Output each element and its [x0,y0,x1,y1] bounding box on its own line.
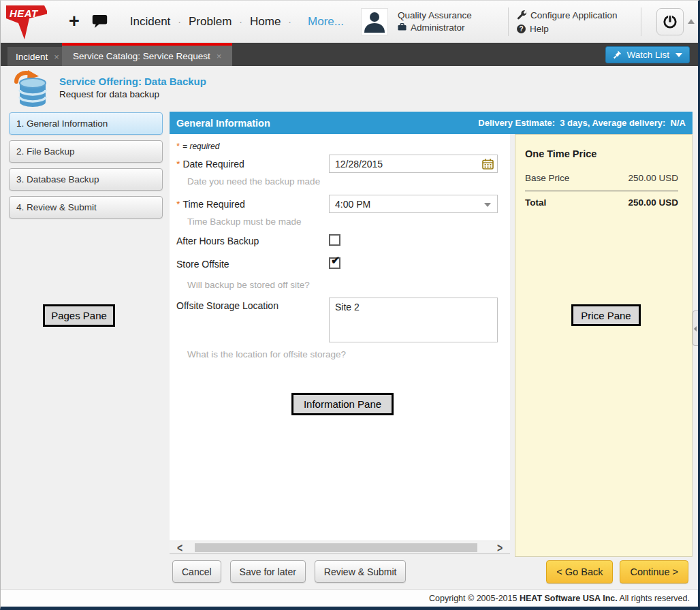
page-subtitle: Request for data backup [59,89,159,99]
review-submit-button[interactable]: Review & Submit [315,560,407,583]
go-back-button[interactable]: < Go Back [546,560,613,583]
footer-text: All rights reserved. [618,594,690,603]
footer-company: HEAT Software USA Inc. [520,594,618,603]
form-actions: Cancel Save for later Review & Submit [172,560,406,583]
after-hours-backup-label: After Hours Backup [176,236,259,246]
nav-incident[interactable]: Incident [130,15,171,29]
top-navigation: Incident · Problem · Home · More... [123,15,351,29]
tab-incident-label: Incident [16,52,48,62]
configure-application-label: Configure Application [530,10,618,20]
tab-service-catalog-label: Service Catalog: Service Request [73,51,210,61]
offsite-storage-location-helper: What is the location for offsite storage… [187,349,346,359]
chevron-down-icon [675,53,682,57]
calendar-icon[interactable] [482,159,494,172]
wrench-icon [517,10,527,22]
nav-separator: · [239,16,242,27]
user-avatar[interactable] [361,8,388,35]
store-offsite-helper: Will backup be stored off site? [187,280,310,290]
base-price-label: Base Price [525,173,569,183]
offsite-storage-location-label: Offsite Storage Location [176,300,279,311]
annotation-pages-pane: Pages Pane [43,304,115,327]
scroll-right-icon[interactable]: > [494,540,506,556]
copyright-footer: Copyright © 2005-2015 HEAT Software USA … [1,589,698,607]
page-step-database-backup[interactable]: 3. Database Backup [9,168,163,191]
horizontal-scrollbar[interactable]: < > [170,541,510,553]
store-offsite-checkbox[interactable]: ✔ [329,257,340,269]
nav-problem[interactable]: Problem [189,15,232,29]
nav-separator: · [178,16,181,27]
section-header-bar: General Information Delivery Estimate: 3… [170,112,693,134]
new-record-button[interactable]: + [69,12,80,31]
user-cluster: Quality Assurance Administrator [361,7,698,36]
checkmark-icon: ✔ [331,255,340,266]
help-label: Help [530,24,549,34]
briefcase-icon [398,22,407,33]
wizard-actions: < Go Back Continue > [546,560,688,583]
scroll-left-icon[interactable]: < [174,540,186,556]
pushpin-icon [613,50,622,59]
chat-icon[interactable] [92,14,108,31]
collapse-header-arrow-icon[interactable] [688,19,695,24]
page-step-file-backup[interactable]: 2. File Backup [9,140,163,163]
annotation-price-pane: Price Pane [571,304,641,326]
tab-bar: Incident × Service Catalog: Service Requ… [1,43,698,66]
continue-button[interactable]: Continue > [620,560,688,583]
annotation-information-pane: Information Pane [291,393,394,415]
time-required-value: 4:00 PM [335,199,370,210]
watch-list-label: Watch List [626,50,669,60]
watch-list-button[interactable]: Watch List [605,46,690,63]
nav-more[interactable]: More... [308,15,344,29]
nav-home[interactable]: Home [250,15,281,29]
time-required-helper: Time Backup must be made [187,216,302,227]
help-link[interactable]: ? Help [517,24,633,34]
configure-application-link[interactable]: Configure Application [517,10,633,22]
close-icon[interactable]: × [54,52,59,62]
section-title: General Information [176,118,270,129]
chevron-down-icon [484,203,491,207]
user-info[interactable]: Quality Assurance Administrator [398,8,500,35]
help-icon: ? [517,25,526,33]
time-required-select[interactable]: 4:00 PM [329,195,498,213]
topbar-divider [641,7,641,36]
scrollbar-thumb[interactable] [195,543,477,552]
tab-incident[interactable]: Incident × [7,47,67,66]
footer-text: Copyright © 2005-2015 [429,594,520,603]
collapse-pane-handle[interactable] [693,310,698,346]
top-bar: HEAT + Incident · Problem · Home · More.… [1,1,698,43]
price-pane: One Time Price Base Price 250.00 USD Tot… [515,134,693,557]
time-required-label: *Time Required [176,199,245,210]
delivery-estimate: Delivery Estimate: 3 days, Average deliv… [478,118,686,128]
tab-service-catalog[interactable]: Service Catalog: Service Request × [62,43,232,66]
user-name: Quality Assurance [398,10,500,20]
offsite-storage-location-textarea[interactable]: Site 2 [329,298,498,342]
user-role: Administrator [411,22,465,33]
required-note: *= required [176,141,219,151]
heat-logo[interactable]: HEAT [6,4,47,39]
required-asterisk: * [176,159,180,170]
date-required-label: *Date Required [176,159,244,170]
base-price-value: 250.00 USD [628,173,678,183]
date-required-input[interactable]: 12/28/2015 [329,155,498,173]
save-for-later-button[interactable]: Save for later [230,560,306,583]
page-step-general-information[interactable]: 1. General Information [9,112,163,135]
logout-power-button[interactable] [656,8,684,35]
app-window: HEAT + Incident · Problem · Home · More.… [0,0,700,610]
config-links: Configure Application ? Help [517,7,633,36]
topbar-divider [508,7,509,36]
close-icon[interactable]: × [217,51,222,61]
cancel-button[interactable]: Cancel [172,560,221,583]
required-asterisk: * [176,141,180,151]
total-label: Total [525,197,546,208]
required-asterisk: * [176,199,180,210]
information-pane: *= required *Date Required 12/28/2015 Da… [170,134,510,554]
price-pane-title: One Time Price [525,148,596,159]
store-offsite-label: Store Offsite [176,259,229,270]
database-icon [13,70,48,111]
page-step-review-submit[interactable]: 4. Review & Submit [9,196,163,219]
date-required-value: 12/28/2015 [335,159,383,170]
date-required-helper: Date you need the backup made [187,176,320,187]
power-icon [662,14,678,30]
after-hours-backup-checkbox[interactable] [329,234,340,246]
price-divider [525,191,678,191]
total-value: 250.00 USD [628,197,678,208]
